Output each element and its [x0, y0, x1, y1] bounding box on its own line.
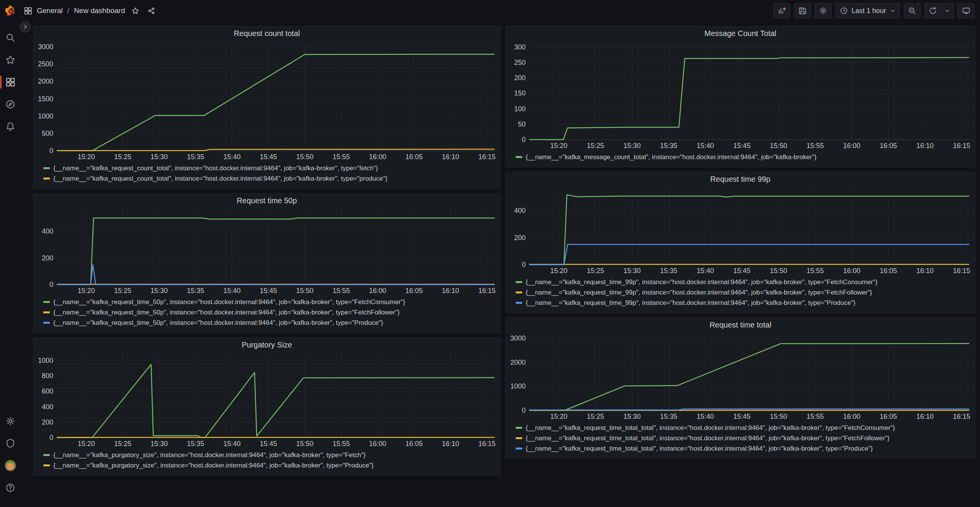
refresh-button-group: [924, 3, 954, 18]
panel-header[interactable]: Request time 50p: [33, 194, 500, 207]
chart-canvas[interactable]: 15:2015:2515:3015:3515:4015:4515:5015:55…: [33, 352, 500, 449]
legend-swatch: [43, 322, 50, 324]
legend-label[interactable]: {__name__="kafka_request_time_total_tota…: [526, 435, 890, 442]
gear-icon: [5, 416, 15, 426]
legend-label[interactable]: {__name__="kafka_request_time_50p", inst…: [53, 319, 383, 327]
svg-text:15:20: 15:20: [77, 287, 95, 295]
sidebar-item-dashboards[interactable]: [2, 74, 19, 91]
panel-message-count-total: Message Count Total 15:2015:2515:3015:35…: [505, 26, 975, 167]
user-avatar: [5, 460, 16, 471]
sidebar-item-help[interactable]: [2, 479, 19, 496]
expand-sidebar-button[interactable]: [20, 21, 31, 33]
chart-canvas[interactable]: 15:2015:2515:3015:3515:4015:4515:5015:55…: [506, 40, 975, 151]
sidebar-item-explore[interactable]: [2, 96, 19, 113]
share-dashboard-button[interactable]: [146, 5, 157, 16]
svg-text:200: 200: [42, 254, 53, 262]
svg-text:16:00: 16:00: [843, 267, 860, 275]
svg-text:16:15: 16:15: [478, 153, 495, 161]
legend-item: {__name__="kafka_request_time_99p", inst…: [516, 298, 972, 308]
legend-swatch: [516, 156, 522, 158]
panel-header[interactable]: Request time total: [506, 318, 975, 332]
chart-canvas[interactable]: 15:2015:2515:3015:3515:4015:4515:5015:55…: [33, 40, 500, 162]
sidebar-item-search[interactable]: [2, 29, 19, 46]
svg-text:15:55: 15:55: [332, 440, 350, 448]
panel-header[interactable]: Request count total: [33, 26, 500, 40]
cycle-view-mode-button[interactable]: [958, 3, 975, 18]
legend-label[interactable]: {__name__="kafka_request_count_total", i…: [53, 175, 387, 183]
legend-swatch: [516, 427, 522, 429]
chart-canvas[interactable]: 15:2015:2515:3015:3515:4015:4515:5015:55…: [33, 207, 500, 296]
shield-icon: [5, 438, 15, 448]
panel-request-time-50p: Request time 50p 15:2015:2515:3015:3515:…: [33, 193, 501, 333]
svg-text:15:55: 15:55: [806, 267, 824, 275]
svg-text:3000: 3000: [38, 43, 53, 51]
sidebar-item-configuration[interactable]: [2, 413, 19, 430]
legend-item: {__name__="kafka_request_time_50p", inst…: [43, 297, 497, 307]
refresh-dashboard-button[interactable]: [924, 3, 941, 18]
svg-text:15:40: 15:40: [223, 153, 240, 161]
svg-text:16:15: 16:15: [953, 267, 970, 275]
save-dashboard-button[interactable]: [794, 3, 811, 18]
panel-title: Request count total: [234, 29, 300, 38]
add-panel-button[interactable]: [773, 3, 790, 18]
chart-svg: 15:2015:2515:3015:3515:4015:4515:5015:55…: [33, 207, 500, 296]
breadcrumb-page-title[interactable]: New dashboard: [74, 7, 125, 15]
sidebar-item-starred[interactable]: [2, 51, 19, 68]
legend-label[interactable]: {__name__="kafka_message_count_total", i…: [526, 153, 817, 161]
legend-label[interactable]: {__name__="kafka_request_count_total", i…: [53, 165, 378, 172]
grafana-logo[interactable]: [4, 5, 16, 17]
legend-label[interactable]: {__name__="kafka_request_time_99p", inst…: [526, 278, 878, 286]
svg-text:15:55: 15:55: [806, 413, 824, 420]
svg-text:16:10: 16:10: [442, 153, 459, 161]
panel-header[interactable]: Request time 99p: [506, 172, 975, 186]
panel-legend: {__name__="kafka_request_time_total_tota…: [506, 422, 975, 458]
sidebar-item-alerting[interactable]: [2, 118, 19, 135]
legend-label[interactable]: {__name__="kafka_request_time_total_tota…: [526, 424, 895, 432]
svg-text:15:30: 15:30: [150, 287, 168, 295]
legend-label[interactable]: {__name__="kafka_request_time_99p", inst…: [526, 299, 855, 307]
sidebar-item-server-admin[interactable]: [2, 435, 19, 452]
panel-header[interactable]: Purgatory Size: [33, 338, 500, 352]
svg-text:16:15: 16:15: [478, 440, 495, 448]
legend-label[interactable]: {__name__="kafka_request_time_total_tota…: [526, 445, 873, 453]
svg-text:16:05: 16:05: [405, 287, 423, 295]
svg-text:15:40: 15:40: [697, 413, 714, 420]
svg-text:16:15: 16:15: [478, 287, 495, 295]
panel-request-time-total: Request time total 15:2015:2515:3015:351…: [505, 318, 975, 459]
zoom-out-time-button[interactable]: [904, 3, 921, 18]
breadcrumb-section[interactable]: General: [37, 7, 63, 15]
svg-text:16:15: 16:15: [953, 413, 970, 420]
time-range-picker[interactable]: Last 1 hour: [835, 3, 900, 18]
refresh-interval-dropdown[interactable]: [941, 3, 954, 18]
legend-label[interactable]: {__name__="kafka_purgatory_size", instan…: [53, 451, 366, 459]
legend-item: {__name__="kafka_request_time_50p", inst…: [43, 307, 497, 318]
legend-label[interactable]: {__name__="kafka_request_time_50p", inst…: [53, 309, 400, 316]
svg-text:2000: 2000: [38, 77, 53, 85]
chart-canvas[interactable]: 15:2015:2515:3015:3515:4015:4515:5015:55…: [506, 186, 975, 276]
svg-text:15:50: 15:50: [770, 267, 787, 275]
chart-svg: 15:2015:2515:3015:3515:4015:4515:5015:55…: [506, 40, 975, 151]
svg-text:400: 400: [42, 227, 53, 235]
sidebar: [0, 0, 21, 507]
dashboard-settings-button[interactable]: [815, 3, 832, 18]
legend-label[interactable]: {__name__="kafka_request_time_50p", inst…: [53, 298, 405, 306]
legend-swatch: [43, 454, 50, 456]
legend-swatch: [516, 281, 522, 283]
svg-text:600: 600: [42, 387, 53, 395]
svg-text:15:40: 15:40: [223, 440, 240, 448]
panel-header[interactable]: Message Count Total: [506, 26, 975, 40]
svg-text:15:50: 15:50: [770, 413, 787, 420]
panel-title: Request time 50p: [237, 196, 297, 205]
sidebar-item-profile[interactable]: [2, 457, 19, 474]
star-icon: [5, 55, 15, 65]
legend-label[interactable]: {__name__="kafka_purgatory_size", instan…: [53, 462, 374, 469]
chart-canvas[interactable]: 15:2015:2515:3015:3515:4015:4515:5015:55…: [506, 332, 975, 422]
favorite-dashboard-button[interactable]: [130, 5, 141, 16]
svg-text:250: 250: [514, 59, 526, 66]
svg-text:15:40: 15:40: [223, 287, 240, 295]
panel-title: Request time total: [709, 321, 771, 329]
top-navigation: General / New dashboard: [21, 0, 980, 21]
svg-text:15:55: 15:55: [332, 153, 350, 161]
legend-item: {__name__="kafka_request_time_99p", inst…: [516, 287, 972, 298]
legend-label[interactable]: {__name__="kafka_request_time_99p", inst…: [526, 289, 872, 296]
